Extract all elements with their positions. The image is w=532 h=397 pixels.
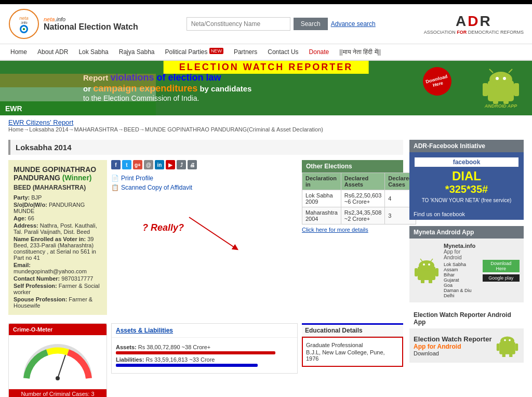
svg-rect-9 — [493, 94, 498, 104]
print-icon[interactable]: 🖨 — [188, 160, 197, 169]
download-button[interactable]: Download Here — [483, 260, 520, 272]
other-elections-box: Other Elections Declaration in Declared … — [302, 160, 403, 233]
nav-contact[interactable]: Contact Us — [262, 44, 303, 60]
ewr-android-icon — [496, 333, 519, 359]
assets-body: Assets: Rs 38,00,72,890 ~38 Crore+ Liabi… — [112, 338, 297, 373]
svg-line-14 — [489, 69, 493, 73]
svg-line-17 — [189, 217, 236, 248]
print-icon-small: 📄 — [111, 175, 119, 182]
banner: ELECTION WATCH REPORTER Report violation… — [0, 61, 532, 115]
googleplus-icon[interactable]: g+ — [133, 160, 142, 169]
nav: Home About ADR Lok Sabha Rajya Sabha Pol… — [0, 44, 532, 61]
crime-meter-header: Crime-O-Meter — [9, 324, 107, 335]
crime-gauge — [9, 335, 107, 389]
crime-section: Crime-O-Meter — [8, 323, 107, 397]
nav-partners[interactable]: Partners — [229, 44, 262, 60]
sidebar: ADR-Facebook Initiative facebook DIAL *3… — [409, 140, 524, 397]
svg-point-19 — [56, 376, 60, 380]
assets-row: Assets: Rs 38,00,72,890 ~38 Crore+ — [116, 344, 293, 354]
education-section: Educational Details Graduate Professiona… — [302, 323, 403, 397]
candidate-card: MUNDE GOPINATHRAO PANDURANG (Winner) BEE… — [8, 160, 107, 315]
svg-point-36 — [504, 339, 507, 341]
svg-rect-31 — [497, 343, 499, 351]
android-icon: ANDROID APP — [480, 65, 522, 111]
svg-point-5 — [23, 28, 25, 30]
election-1: Lok Sabha 2009 — [302, 190, 341, 207]
crime-count: Number of Criminal Cases: 3 — [9, 389, 107, 397]
assets-1: Rs6,22,50,603 ~6 Crore+ — [341, 190, 385, 207]
nav-hindi[interactable]: ||माय नेता हिंदी में|| — [334, 44, 385, 60]
party-value: BJP — [31, 194, 42, 201]
nav-lok-sabha[interactable]: Lok Sabha — [73, 44, 113, 60]
search-row: Search Advance search — [187, 17, 376, 31]
svg-line-29 — [431, 259, 433, 261]
app-sub: App for Android — [444, 249, 478, 260]
email-row: Email: mundegopinath@yahoo.com — [14, 262, 102, 274]
print-profile-link[interactable]: 📄 Print Profile — [111, 175, 298, 182]
adr-subtitle: ASSOCIATION FOR DEMOCRATIC REFORMS — [424, 30, 524, 35]
share-icon[interactable]: ⤴ — [177, 160, 186, 169]
advanced-search-link[interactable]: Advance search — [331, 20, 376, 28]
social-icons: f t g+ @ in ▶ ⤴ 🖨 — [111, 160, 298, 169]
education-header: Educational Details — [302, 325, 403, 337]
email-value: mundegopinath@yahoo.com — [14, 268, 87, 274]
age-value: 66 — [28, 215, 34, 221]
adr-logo: ADR ASSOCIATION FOR DEMOCRATIC REFORMS — [424, 13, 524, 35]
table-row: Maharashtra 2004 Rs2,34,35,508 ~2 Crore+… — [302, 207, 416, 224]
logo: neta .info — [8, 8, 39, 39]
logo-tagline: neta.info — [44, 16, 138, 22]
svg-text:.info: .info — [20, 21, 27, 24]
svg-point-37 — [509, 339, 511, 341]
svg-rect-7 — [483, 83, 488, 96]
assets-bar — [116, 351, 275, 354]
nav-political-parties[interactable]: Political Parties NEW — [160, 44, 229, 60]
svg-text:neta: neta — [19, 16, 29, 21]
assets-box: Assets & Liabilities Assets: Rs 38,00,72… — [111, 323, 298, 374]
age-row: Age: 66 — [14, 215, 102, 221]
fb-header: facebook — [415, 157, 518, 167]
nav-home[interactable]: Home — [5, 44, 32, 60]
linkedin-icon[interactable]: in — [155, 160, 164, 169]
main-content: Loksabha 2014 MUNDE GOPINATHRAO PANDURAN… — [8, 140, 403, 397]
relation-row: S/o|D/o|W/o: PANDURANG MUNDE — [14, 202, 102, 214]
svg-point-26 — [423, 263, 425, 266]
middle-col: f t g+ @ in ▶ ⤴ 🖨 📄 Print Profile 📋 — [111, 160, 298, 315]
svg-point-25 — [419, 260, 434, 271]
facebook-box: facebook DIAL *325*35# TO 'KNOW YOUR NET… — [409, 152, 524, 208]
ewr-label: EWR — [5, 104, 22, 113]
app-name: Myneta.info — [444, 243, 478, 249]
address-row: Address: Nathra, Post. Kauthali, Tal. Pa… — [14, 222, 102, 235]
three-col-layout: MUNDE GOPINATHRAO PANDURANG (Winner) BEE… — [8, 160, 403, 315]
svg-point-35 — [500, 336, 514, 346]
svg-rect-8 — [514, 83, 519, 96]
assets-header: Assets & Liabilities — [112, 324, 297, 338]
col-declaration: Declaration in — [302, 173, 341, 190]
download-area: Download Here Google play — [483, 260, 520, 282]
twitter-icon[interactable]: t — [122, 160, 131, 169]
other-elections-table: Declaration in Declared Assets Declared … — [302, 173, 416, 224]
android-header: Myneta Android App — [409, 226, 524, 239]
other-elections: Other Elections Declaration in Declared … — [302, 160, 403, 315]
email-icon[interactable]: @ — [144, 160, 153, 169]
breadcrumb: Home→Loksabha 2014→MAHARASHTRA→BEED→MUND… — [8, 126, 524, 133]
ewr-android-box: Election Watch Reporter App for Android … — [409, 328, 524, 363]
search-input[interactable] — [187, 17, 290, 31]
logo-area: neta .info neta.info National Election W… — [8, 8, 138, 39]
youtube-icon[interactable]: ▶ — [166, 160, 175, 169]
nav-about[interactable]: About ADR — [32, 44, 73, 60]
affidavit-link[interactable]: 📋 Scanned Copy of Affidavit — [111, 184, 298, 191]
ewr-app-header: Election Watch Reporter — [414, 335, 491, 343]
svg-rect-24 — [429, 276, 432, 283]
search-button[interactable]: Search — [294, 18, 328, 30]
nav-rajya-sabha[interactable]: Rajya Sabha — [114, 44, 160, 60]
svg-point-12 — [496, 77, 499, 80]
facebook-icon[interactable]: f — [111, 160, 121, 169]
ewr-app-sub: App for Android — [414, 343, 491, 350]
banner-by: by candidates — [200, 84, 251, 93]
more-details-link[interactable]: Click here for more details — [302, 227, 403, 233]
google-play-button[interactable]: Google play — [483, 274, 520, 282]
android-robot-icon — [414, 256, 440, 285]
candidate-region: BEED (MAHARASHTRA) — [14, 184, 102, 191]
nav-donate[interactable]: Donate — [304, 44, 335, 60]
ewr-citizens-link[interactable]: EWR Citizens' Report — [8, 118, 73, 126]
